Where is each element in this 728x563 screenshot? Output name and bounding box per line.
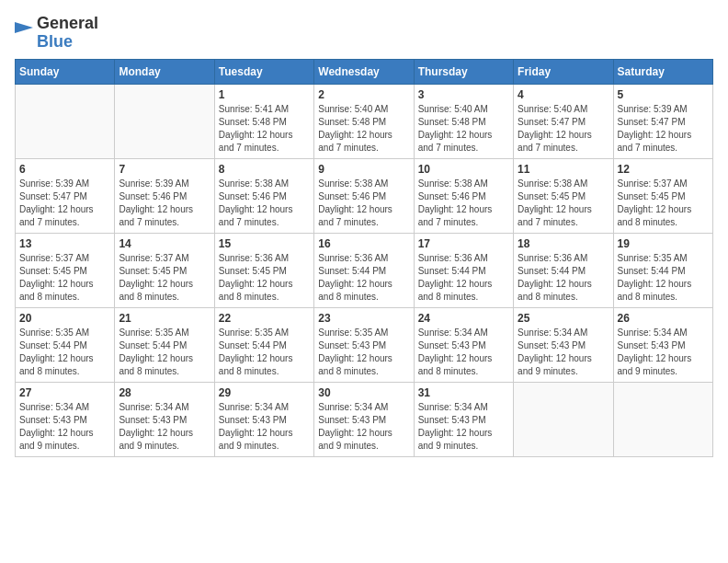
- day-detail: Sunrise: 5:36 AM Sunset: 5:45 PM Dayligh…: [219, 252, 310, 304]
- day-detail: Sunrise: 5:34 AM Sunset: 5:43 PM Dayligh…: [418, 401, 509, 453]
- weekday-header-row: SundayMondayTuesdayWednesdayThursdayFrid…: [16, 59, 713, 84]
- calendar-cell: 13Sunrise: 5:37 AM Sunset: 5:45 PM Dayli…: [16, 233, 115, 307]
- day-detail: Sunrise: 5:35 AM Sunset: 5:43 PM Dayligh…: [318, 327, 409, 378]
- day-detail: Sunrise: 5:36 AM Sunset: 5:44 PM Dayligh…: [518, 252, 609, 304]
- day-detail: Sunrise: 5:37 AM Sunset: 5:45 PM Dayligh…: [19, 252, 110, 304]
- calendar-cell: 31Sunrise: 5:34 AM Sunset: 5:43 PM Dayli…: [414, 382, 513, 456]
- weekday-header-sunday: Sunday: [16, 59, 115, 84]
- logo-flag-icon: [15, 22, 33, 44]
- calendar-cell: 26Sunrise: 5:34 AM Sunset: 5:43 PM Dayli…: [613, 307, 712, 382]
- day-number: 29: [219, 386, 310, 399]
- calendar-cell: [115, 84, 214, 158]
- day-detail: Sunrise: 5:34 AM Sunset: 5:43 PM Dayligh…: [618, 327, 709, 378]
- day-detail: Sunrise: 5:40 AM Sunset: 5:48 PM Dayligh…: [318, 103, 409, 155]
- day-number: 20: [19, 312, 110, 325]
- weekday-header-saturday: Saturday: [613, 59, 712, 84]
- calendar-cell: 8Sunrise: 5:38 AM Sunset: 5:46 PM Daylig…: [214, 158, 313, 233]
- calendar-cell: 5Sunrise: 5:39 AM Sunset: 5:47 PM Daylig…: [613, 84, 712, 158]
- day-number: 19: [618, 237, 709, 250]
- calendar-cell: 16Sunrise: 5:36 AM Sunset: 5:44 PM Dayli…: [314, 233, 414, 307]
- day-number: 13: [19, 237, 110, 250]
- calendar-cell: 23Sunrise: 5:35 AM Sunset: 5:43 PM Dayli…: [314, 307, 414, 382]
- day-number: 11: [518, 163, 609, 176]
- calendar-cell: 9Sunrise: 5:38 AM Sunset: 5:46 PM Daylig…: [314, 158, 414, 233]
- day-detail: Sunrise: 5:38 AM Sunset: 5:46 PM Dayligh…: [418, 178, 509, 229]
- day-detail: Sunrise: 5:38 AM Sunset: 5:46 PM Dayligh…: [219, 178, 310, 229]
- calendar-cell: 7Sunrise: 5:39 AM Sunset: 5:46 PM Daylig…: [115, 158, 214, 233]
- calendar-cell: 24Sunrise: 5:34 AM Sunset: 5:43 PM Dayli…: [414, 307, 513, 382]
- day-number: 7: [119, 163, 210, 176]
- calendar-cell: 11Sunrise: 5:38 AM Sunset: 5:45 PM Dayli…: [514, 158, 613, 233]
- day-number: 12: [618, 163, 709, 176]
- day-number: 16: [318, 237, 409, 250]
- calendar-cell: 1Sunrise: 5:41 AM Sunset: 5:48 PM Daylig…: [214, 84, 313, 158]
- calendar-cell: 4Sunrise: 5:40 AM Sunset: 5:47 PM Daylig…: [514, 84, 613, 158]
- day-number: 15: [219, 237, 310, 250]
- calendar-cell: 15Sunrise: 5:36 AM Sunset: 5:45 PM Dayli…: [214, 233, 313, 307]
- day-detail: Sunrise: 5:39 AM Sunset: 5:47 PM Dayligh…: [618, 103, 709, 155]
- day-detail: Sunrise: 5:35 AM Sunset: 5:44 PM Dayligh…: [119, 327, 210, 378]
- day-detail: Sunrise: 5:34 AM Sunset: 5:43 PM Dayligh…: [219, 401, 310, 453]
- day-number: 6: [19, 163, 110, 176]
- day-detail: Sunrise: 5:38 AM Sunset: 5:46 PM Dayligh…: [318, 178, 409, 229]
- day-number: 26: [618, 312, 709, 325]
- day-detail: Sunrise: 5:38 AM Sunset: 5:45 PM Dayligh…: [518, 178, 609, 229]
- calendar-week-1: 1Sunrise: 5:41 AM Sunset: 5:48 PM Daylig…: [16, 84, 713, 158]
- day-number: 17: [418, 237, 509, 250]
- day-number: 21: [119, 312, 210, 325]
- calendar-cell: 25Sunrise: 5:34 AM Sunset: 5:43 PM Dayli…: [514, 307, 613, 382]
- calendar-cell: 20Sunrise: 5:35 AM Sunset: 5:44 PM Dayli…: [16, 307, 115, 382]
- calendar-week-5: 27Sunrise: 5:34 AM Sunset: 5:43 PM Dayli…: [16, 382, 713, 456]
- calendar-cell: 12Sunrise: 5:37 AM Sunset: 5:45 PM Dayli…: [613, 158, 712, 233]
- day-number: 1: [219, 88, 310, 101]
- calendar-cell: 29Sunrise: 5:34 AM Sunset: 5:43 PM Dayli…: [214, 382, 313, 456]
- calendar-cell: 3Sunrise: 5:40 AM Sunset: 5:48 PM Daylig…: [414, 84, 513, 158]
- day-number: 8: [219, 163, 310, 176]
- calendar-cell: 30Sunrise: 5:34 AM Sunset: 5:43 PM Dayli…: [314, 382, 414, 456]
- day-detail: Sunrise: 5:34 AM Sunset: 5:43 PM Dayligh…: [318, 401, 409, 453]
- calendar-table: SundayMondayTuesdayWednesdayThursdayFrid…: [15, 59, 713, 457]
- day-detail: Sunrise: 5:39 AM Sunset: 5:46 PM Dayligh…: [119, 178, 210, 229]
- day-detail: Sunrise: 5:34 AM Sunset: 5:43 PM Dayligh…: [19, 401, 110, 453]
- calendar-cell: 18Sunrise: 5:36 AM Sunset: 5:44 PM Dayli…: [514, 233, 613, 307]
- calendar-cell: 19Sunrise: 5:35 AM Sunset: 5:44 PM Dayli…: [613, 233, 712, 307]
- day-number: 25: [518, 312, 609, 325]
- logo-text-wrap: GeneralBlue: [37, 15, 98, 52]
- day-detail: Sunrise: 5:37 AM Sunset: 5:45 PM Dayligh…: [119, 252, 210, 304]
- logo-text-general: General: [37, 14, 98, 32]
- day-detail: Sunrise: 5:34 AM Sunset: 5:43 PM Dayligh…: [418, 327, 509, 378]
- day-detail: Sunrise: 5:34 AM Sunset: 5:43 PM Dayligh…: [518, 327, 609, 378]
- calendar-cell: 6Sunrise: 5:39 AM Sunset: 5:47 PM Daylig…: [16, 158, 115, 233]
- day-number: 24: [418, 312, 509, 325]
- logo: GeneralBlue: [15, 15, 98, 52]
- day-detail: Sunrise: 5:40 AM Sunset: 5:48 PM Dayligh…: [418, 103, 509, 155]
- weekday-header-thursday: Thursday: [414, 59, 513, 84]
- calendar-cell: 14Sunrise: 5:37 AM Sunset: 5:45 PM Dayli…: [115, 233, 214, 307]
- calendar-cell: [514, 382, 613, 456]
- day-detail: Sunrise: 5:37 AM Sunset: 5:45 PM Dayligh…: [618, 178, 709, 229]
- day-detail: Sunrise: 5:35 AM Sunset: 5:44 PM Dayligh…: [219, 327, 310, 378]
- day-number: 2: [318, 88, 409, 101]
- weekday-header-tuesday: Tuesday: [214, 59, 313, 84]
- day-detail: Sunrise: 5:39 AM Sunset: 5:47 PM Dayligh…: [19, 178, 110, 229]
- calendar-cell: 10Sunrise: 5:38 AM Sunset: 5:46 PM Dayli…: [414, 158, 513, 233]
- day-detail: Sunrise: 5:34 AM Sunset: 5:43 PM Dayligh…: [119, 401, 210, 453]
- header: GeneralBlue: [15, 15, 713, 52]
- weekday-header-wednesday: Wednesday: [314, 59, 414, 84]
- calendar-cell: 27Sunrise: 5:34 AM Sunset: 5:43 PM Dayli…: [16, 382, 115, 456]
- day-number: 9: [318, 163, 409, 176]
- day-number: 18: [518, 237, 609, 250]
- calendar-header: SundayMondayTuesdayWednesdayThursdayFrid…: [16, 59, 713, 84]
- calendar-cell: 22Sunrise: 5:35 AM Sunset: 5:44 PM Dayli…: [214, 307, 313, 382]
- day-number: 10: [418, 163, 509, 176]
- calendar-cell: 2Sunrise: 5:40 AM Sunset: 5:48 PM Daylig…: [314, 84, 414, 158]
- weekday-header-friday: Friday: [514, 59, 613, 84]
- day-detail: Sunrise: 5:35 AM Sunset: 5:44 PM Dayligh…: [19, 327, 110, 378]
- day-number: 22: [219, 312, 310, 325]
- calendar-cell: 17Sunrise: 5:36 AM Sunset: 5:44 PM Dayli…: [414, 233, 513, 307]
- calendar-cell: 28Sunrise: 5:34 AM Sunset: 5:43 PM Dayli…: [115, 382, 214, 456]
- day-number: 4: [518, 88, 609, 101]
- calendar-week-2: 6Sunrise: 5:39 AM Sunset: 5:47 PM Daylig…: [16, 158, 713, 233]
- calendar-body: 1Sunrise: 5:41 AM Sunset: 5:48 PM Daylig…: [16, 84, 713, 456]
- calendar-cell: [16, 84, 115, 158]
